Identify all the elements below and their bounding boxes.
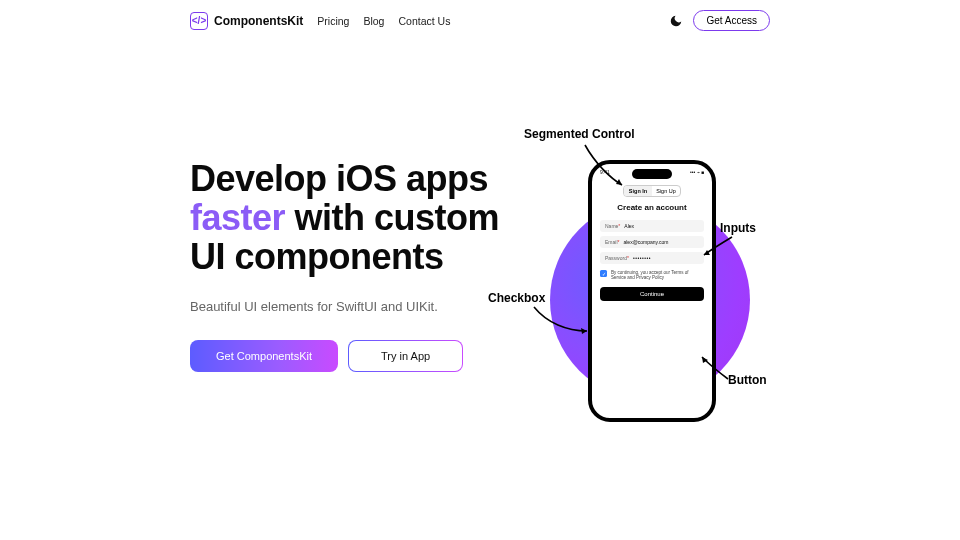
hero-ctas: Get ComponentsKit Try in App: [190, 340, 520, 372]
email-value: alex@company.com: [623, 239, 668, 245]
hero-title-accent: faster: [190, 197, 285, 238]
seg-sign-up[interactable]: Sign Up: [652, 186, 680, 196]
top-nav: </> ComponentsKit Pricing Blog Contact U…: [0, 0, 960, 41]
password-value: ••••••••: [633, 255, 651, 261]
name-field[interactable]: Name* Alex: [600, 220, 704, 232]
nav-left: </> ComponentsKit Pricing Blog Contact U…: [190, 12, 450, 30]
cta-try-in-app[interactable]: Try in App: [348, 340, 463, 372]
arrow-seg-icon: [580, 143, 630, 197]
nav-link-blog[interactable]: Blog: [363, 15, 384, 27]
checkbox-icon[interactable]: ✓: [600, 270, 607, 277]
brand-icon: </>: [190, 12, 208, 30]
terms-text: By continuing, you accept our Terms of S…: [611, 270, 704, 281]
arrow-inputs-icon: [700, 235, 740, 269]
name-label: Name*: [605, 223, 620, 229]
arrow-button-icon: [698, 353, 738, 387]
get-access-button[interactable]: Get Access: [693, 10, 770, 31]
brand[interactable]: </> ComponentsKit: [190, 12, 303, 30]
brand-name: ComponentsKit: [214, 14, 303, 28]
status-icons: ••• ⌁ ■: [690, 169, 704, 175]
hero-title: Develop iOS apps faster with custom UI c…: [190, 160, 520, 277]
nav-link-contact[interactable]: Contact Us: [398, 15, 450, 27]
phone-illustration: 9:41 ••• ⌁ ■ Sign In Sign Up Create an a…: [520, 135, 800, 475]
hero: Develop iOS apps faster with custom UI c…: [190, 160, 520, 372]
continue-button[interactable]: Continue: [600, 287, 704, 301]
nav-right: Get Access: [669, 10, 770, 31]
hero-title-pre: Develop iOS apps: [190, 158, 488, 199]
email-label: Email*: [605, 239, 619, 245]
hero-subtitle: Beautiful UI elements for SwiftUI and UI…: [190, 299, 520, 314]
cta-get-componentskit[interactable]: Get ComponentsKit: [190, 340, 338, 372]
name-value: Alex: [624, 223, 634, 229]
phone-notch: [632, 169, 672, 179]
segmented-control[interactable]: Sign In Sign Up: [623, 185, 681, 197]
anno-checkbox: Checkbox: [488, 291, 545, 305]
phone-mockup: 9:41 ••• ⌁ ■ Sign In Sign Up Create an a…: [588, 160, 716, 422]
password-field[interactable]: Password* ••••••••: [600, 252, 704, 264]
anno-seg: Segmented Control: [524, 127, 635, 141]
dark-mode-icon[interactable]: [669, 14, 683, 28]
terms-row[interactable]: ✓ By continuing, you accept our Terms of…: [600, 270, 704, 281]
anno-inputs: Inputs: [720, 221, 756, 235]
arrow-checkbox-icon: [532, 305, 592, 349]
form-title: Create an account: [592, 203, 712, 212]
nav-link-pricing[interactable]: Pricing: [317, 15, 349, 27]
email-field[interactable]: Email* alex@company.com: [600, 236, 704, 248]
password-label: Password*: [605, 255, 629, 261]
